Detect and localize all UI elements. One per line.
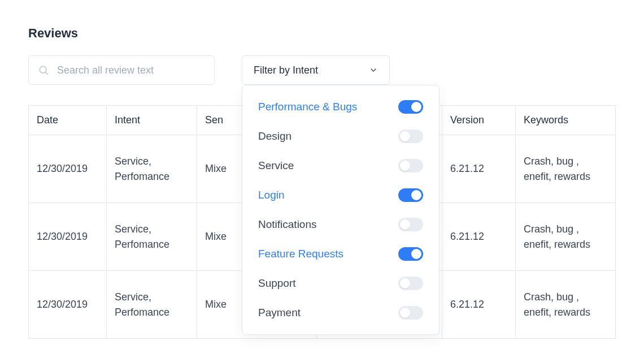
cell-date: 12/30/2019 xyxy=(29,203,107,271)
search-input[interactable] xyxy=(57,64,205,76)
filter-option-toggle[interactable] xyxy=(398,100,423,114)
chevron-down-icon xyxy=(369,66,378,75)
col-version: Version xyxy=(442,106,516,135)
filter-option[interactable]: Feature Requests xyxy=(242,239,439,269)
cell-keywords: Crash, bug , enefit, rewards xyxy=(516,203,616,271)
filter-option-label: Login xyxy=(258,189,285,201)
filter-option-toggle[interactable] xyxy=(398,159,423,173)
toggle-knob xyxy=(411,249,421,259)
filter-option[interactable]: Performance & Bugs xyxy=(242,92,439,122)
toggle-knob xyxy=(400,161,410,171)
cell-version: 6.21.12 xyxy=(442,135,516,203)
toggle-knob xyxy=(400,308,410,318)
filter-option-toggle[interactable] xyxy=(398,130,423,143)
col-date: Date xyxy=(29,106,107,135)
search-input-wrapper[interactable] xyxy=(28,55,215,85)
toggle-knob xyxy=(411,190,421,200)
filter-option-toggle[interactable] xyxy=(398,188,423,202)
cell-version: 6.21.12 xyxy=(442,271,516,339)
filter-option[interactable]: Login xyxy=(242,180,439,210)
filter-by-intent[interactable]: Filter by Intent Performance & BugsDesig… xyxy=(242,55,390,85)
cell-keywords: Crash, bug , enefit, rewards xyxy=(516,135,616,203)
toggle-knob xyxy=(400,278,410,288)
col-keywords: Keywords xyxy=(516,106,616,135)
cell-date: 12/30/2019 xyxy=(29,271,107,339)
filter-option-label: Feature Requests xyxy=(258,248,343,260)
filter-option-toggle[interactable] xyxy=(398,218,423,231)
filter-trigger[interactable]: Filter by Intent xyxy=(242,55,390,85)
col-intent: Intent xyxy=(107,106,197,135)
filter-option-toggle[interactable] xyxy=(398,247,423,261)
cell-version: 6.21.12 xyxy=(442,203,516,271)
toggle-knob xyxy=(400,219,410,230)
cell-intent: Service, Perfomance xyxy=(107,135,197,203)
filter-option[interactable]: Support xyxy=(242,269,439,298)
search-icon xyxy=(38,64,49,76)
filter-option-label: Service xyxy=(258,160,294,172)
filter-label: Filter by Intent xyxy=(254,64,318,76)
cell-keywords: Crash, bug , enefit, rewards xyxy=(516,271,616,339)
filter-option-toggle[interactable] xyxy=(398,306,423,320)
filter-option-label: Payment xyxy=(258,307,301,319)
filter-option-label: Performance & Bugs xyxy=(258,101,357,113)
toggle-knob xyxy=(400,131,410,141)
filter-option[interactable]: Service xyxy=(242,151,439,180)
page-title: Reviews xyxy=(28,26,616,41)
filter-option[interactable]: Payment xyxy=(242,298,439,327)
filter-option-label: Design xyxy=(258,130,291,143)
toggle-knob xyxy=(411,102,421,112)
cell-date: 12/30/2019 xyxy=(29,135,107,203)
controls-row: Filter by Intent Performance & BugsDesig… xyxy=(28,55,616,85)
filter-option[interactable]: Design xyxy=(242,122,439,151)
filter-option-toggle[interactable] xyxy=(398,277,423,290)
filter-option[interactable]: Notifications xyxy=(242,210,439,239)
filter-option-label: Support xyxy=(258,277,296,290)
filter-dropdown: Performance & BugsDesignServiceLoginNoti… xyxy=(242,85,440,335)
svg-line-1 xyxy=(46,72,48,75)
filter-option-label: Notifications xyxy=(258,218,317,231)
cell-intent: Service, Perfomance xyxy=(107,271,197,339)
cell-intent: Service, Perfomance xyxy=(107,203,197,271)
